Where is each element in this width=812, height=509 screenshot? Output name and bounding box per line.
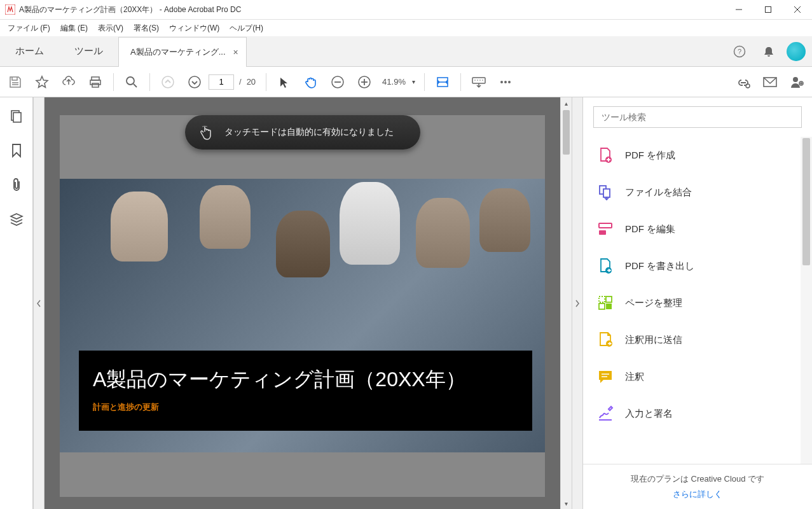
svg-rect-42 [599, 230, 606, 235]
svg-rect-2 [766, 7, 771, 13]
create-pdf-icon [597, 147, 614, 164]
title-bar: A製品のマーケティング計画（20XX年） - Adobe Acrobat Pro… [0, 0, 812, 20]
page-up-icon[interactable] [155, 69, 181, 95]
combine-icon [597, 184, 614, 200]
keyboard-icon[interactable] [466, 69, 492, 95]
maximize-button[interactable] [754, 0, 783, 20]
tool-label: PDF を書き出し [625, 260, 694, 272]
svg-point-10 [127, 77, 134, 85]
help-icon[interactable]: ? [728, 40, 751, 63]
svg-line-11 [134, 84, 137, 87]
toolbar: / 20 41.9% ▾ [0, 67, 812, 97]
tool-send-for-comments[interactable]: 注釈用に送信 [583, 321, 801, 358]
right-collapse-handle[interactable] [572, 97, 583, 509]
footer-link[interactable]: さらに詳しく [589, 489, 806, 500]
svg-point-26 [504, 81, 507, 83]
cloud-upload-icon[interactable] [56, 69, 81, 95]
svg-rect-44 [599, 296, 605, 302]
send-comments-icon [597, 331, 614, 348]
tool-label: PDF を作成 [625, 150, 675, 162]
tool-comment[interactable]: 注釈 [583, 358, 801, 395]
close-button[interactable] [783, 0, 812, 20]
layers-icon[interactable] [5, 208, 28, 231]
tool-create-pdf[interactable]: PDF を作成 [583, 137, 801, 174]
caret-down-icon: ▾ [412, 78, 415, 85]
tab-document-label: A製品のマーケティング... [130, 46, 226, 58]
tool-label: 入力と署名 [625, 408, 673, 420]
tab-row: ホーム ツール A製品のマーケティング... × ? [0, 36, 812, 67]
share-person-icon[interactable] [784, 69, 809, 95]
tool-fill-sign[interactable]: 入力と署名 [583, 395, 801, 432]
svg-point-25 [500, 81, 503, 83]
edit-pdf-icon [597, 221, 614, 237]
svg-point-27 [508, 81, 511, 83]
tool-label: ファイルを結合 [625, 186, 692, 199]
save-icon[interactable] [3, 69, 28, 95]
window-controls [724, 0, 812, 20]
thumbnails-icon[interactable] [5, 105, 28, 128]
tool-edit-pdf[interactable]: PDF を編集 [583, 211, 801, 248]
bookmark-icon[interactable] [5, 139, 28, 162]
comment-icon [597, 368, 614, 385]
hand-tool-icon[interactable] [298, 69, 324, 95]
page-number-input[interactable] [209, 74, 234, 90]
menu-sign[interactable]: 署名(S) [128, 21, 164, 36]
svg-point-12 [162, 76, 174, 88]
print-icon[interactable] [83, 69, 108, 95]
main-area: タッチモードは自動的に有効になりました A製品のマーケティング計画（20XX年）… [0, 97, 812, 509]
scroll-up-icon[interactable]: ▴ [561, 97, 572, 109]
vertical-scrollbar[interactable]: ▴ ▾ [560, 97, 572, 509]
page-down-icon[interactable] [182, 69, 207, 95]
tool-label: PDF を編集 [625, 223, 675, 235]
toast-notification: タッチモードは自動的に有効になりました [185, 115, 420, 150]
share-link-icon[interactable] [731, 69, 756, 95]
svg-text:?: ? [738, 48, 741, 55]
tab-tools[interactable]: ツール [59, 36, 118, 66]
zoom-select[interactable]: 41.9% ▾ [378, 73, 419, 92]
avatar[interactable] [787, 42, 806, 61]
page-separator: / [239, 77, 242, 87]
scroll-thumb[interactable] [563, 110, 570, 155]
page-total: 20 [247, 77, 256, 87]
star-icon[interactable] [29, 69, 55, 95]
document-page: A製品のマーケティング計画（20XX年） 計画と進捗の更新 [60, 115, 545, 497]
attachment-icon[interactable] [5, 174, 28, 197]
tool-search-input[interactable] [593, 106, 802, 128]
document-viewer[interactable]: タッチモードは自動的に有効になりました A製品のマーケティング計画（20XX年）… [45, 97, 560, 509]
select-tool-icon[interactable] [272, 69, 297, 95]
scroll-down-icon[interactable]: ▾ [561, 498, 572, 509]
right-panel: PDF を作成 ファイルを結合 PDF を編集 PDF を書き出し ページを整理 [583, 97, 812, 509]
window-title: A製品のマーケティング計画（20XX年） - Adobe Acrobat Pro… [19, 4, 724, 15]
svg-point-21 [474, 80, 476, 81]
zoom-in-icon[interactable] [352, 69, 377, 95]
fit-width-icon[interactable] [430, 69, 455, 95]
search-icon[interactable] [119, 69, 144, 95]
tool-export-pdf[interactable]: PDF を書き出し [583, 248, 801, 284]
tool-combine[interactable]: ファイルを結合 [583, 174, 801, 211]
tab-home[interactable]: ホーム [0, 36, 59, 66]
menu-view[interactable]: 表示(V) [93, 21, 128, 36]
right-panel-scrollbar[interactable] [801, 137, 812, 464]
minimize-button[interactable] [724, 0, 754, 20]
right-scroll-thumb[interactable] [802, 138, 810, 265]
svg-rect-20 [472, 78, 485, 83]
svg-point-24 [482, 80, 483, 81]
tab-document[interactable]: A製品のマーケティング... × [118, 37, 247, 67]
more-icon[interactable] [493, 69, 518, 95]
tool-label: 注釈用に送信 [625, 334, 682, 346]
svg-point-30 [793, 77, 798, 82]
svg-rect-9 [92, 83, 99, 87]
bell-icon[interactable] [757, 40, 780, 63]
mail-icon[interactable] [757, 69, 783, 95]
menu-file[interactable]: ファイル (F) [3, 21, 55, 36]
menu-edit[interactable]: 編集 (E) [55, 21, 93, 36]
menu-help[interactable]: ヘルプ(H) [224, 21, 268, 36]
right-panel-footer: 現在のプランは Creative Cloud です さらに詳しく [583, 464, 812, 509]
tool-organize-pages[interactable]: ページを整理 [583, 284, 801, 321]
zoom-out-icon[interactable] [325, 69, 350, 95]
menu-window[interactable]: ウィンドウ(W) [164, 21, 224, 36]
left-collapse-handle[interactable] [33, 97, 45, 509]
organize-icon [597, 295, 614, 311]
tab-close-icon[interactable]: × [233, 47, 238, 57]
tool-label: 注釈 [625, 371, 644, 383]
